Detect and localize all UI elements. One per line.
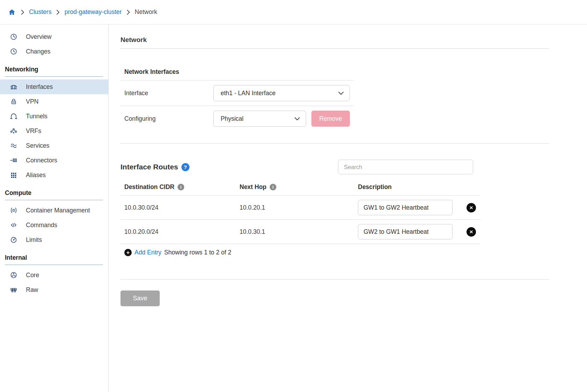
title-divider [120,48,549,49]
page-title: Network [120,36,587,44]
table-header-row: Destination CIDR i Next Hop i Descriptio… [120,183,480,196]
sidebar-item-core[interactable]: Core [0,268,108,282]
tunnel-icon [8,112,19,120]
sidebar-item-label: Changes [26,48,50,55]
chevron-right-icon [56,9,60,15]
sidebar-item-overview[interactable]: Overview [0,29,108,44]
description-input[interactable] [358,200,453,215]
sidebar-item-label: VPN [26,98,39,105]
configuring-select-value: Physical [221,115,243,122]
rows-summary: Showing rows 1 to 2 of 2 [164,249,232,256]
add-entry-icon[interactable]: + [124,249,132,256]
delete-row-icon[interactable]: × [467,203,476,212]
interface-routes-header: Interface Routes ? [120,160,480,174]
gauge-icon [8,236,19,244]
history-icon [8,48,19,55]
sidebar-item-container-management[interactable]: Container Management [0,203,108,218]
breadcrumb-link-clusters[interactable]: Clusters [29,8,51,16]
next-hop-cell: 10.0.30.1 [240,228,358,236]
sidebar-item-label: Tunnels [26,113,48,120]
sidebar: Overview Changes Networking Interfaces V… [0,24,109,392]
sidebar-item-limits[interactable]: Limits [0,232,108,247]
next-hop-cell: 10.0.20.1 [240,204,358,211]
destination-cidr-cell: 10.0.20.0/24 [120,228,240,236]
interface-select[interactable]: eth1 - LAN Interface [213,85,350,101]
section-divider [120,143,549,144]
sidebar-item-changes[interactable]: Changes [0,44,108,59]
remove-button[interactable]: Remove [311,111,350,127]
chevron-down-icon [338,90,344,97]
code-icon [8,221,19,229]
sidebar-item-connectors[interactable]: Connectors [0,153,108,168]
network-interfaces-section: Network Interfaces Interface eth1 - LAN … [120,68,354,131]
routes-table: Destination CIDR i Next Hop i Descriptio… [120,183,480,244]
overview-icon [8,33,19,41]
breadcrumb-link-cluster-name[interactable]: prod-gateway-cluster [64,8,122,16]
core-icon [8,271,19,279]
waves-icon [8,142,19,149]
add-entry-row: + Add Entry Showing rows 1 to 2 of 2 [120,249,480,256]
info-icon: i [178,184,184,190]
sidebar-item-label: Connectors [26,157,57,164]
main-content: Network Network Interfaces Interface eth… [109,24,587,392]
info-icon: i [270,184,276,190]
sidebar-section-compute: Compute [5,189,103,200]
bridge-icon [8,83,19,91]
sidebar-item-label: Raw [26,286,38,294]
sidebar-item-label: Interfaces [26,83,53,91]
grid-dots-icon [8,171,19,179]
home-icon[interactable] [8,8,16,16]
breadcrumb: Clusters prod-gateway-cluster Network [0,0,587,24]
section-divider [120,279,549,280]
sidebar-item-commands[interactable]: Commands [0,218,108,232]
sidebar-item-label: Overview [26,33,51,41]
configuring-select[interactable]: Physical [213,111,306,127]
column-description: Description [358,183,392,191]
network-nodes-icon [8,127,19,135]
column-next-hop: Next Hop [240,183,267,191]
chevron-down-icon [294,115,300,122]
table-row: 10.0.20.0/24 10.0.30.1 × [120,220,480,244]
svg-text:VPN: VPN [12,102,15,103]
interface-label: Interface [124,90,213,97]
configuring-row: Configuring Physical Remove [120,106,354,131]
search-input[interactable] [338,160,473,174]
delete-row-icon[interactable]: × [467,227,476,237]
destination-cidr-cell: 10.0.30.0/24 [120,204,240,211]
raw-icon [8,286,19,294]
sidebar-section-networking: Networking [5,66,103,77]
sidebar-item-raw[interactable]: Raw [0,282,108,297]
vpn-lock-icon: VPN [8,98,19,105]
connector-icon [8,156,19,164]
interface-row: Interface eth1 - LAN Interface [120,80,354,106]
sidebar-item-label: VRFs [26,127,41,135]
sidebar-item-vrfs[interactable]: VRFs [0,124,108,138]
sidebar-section-internal: Internal [5,254,103,265]
table-row: 10.0.30.0/24 10.0.20.1 × [120,196,480,220]
sidebar-item-label: Core [26,272,39,279]
sidebar-item-label: Aliases [26,172,46,179]
sidebar-item-tunnels[interactable]: Tunnels [0,109,108,124]
add-entry-link[interactable]: Add Entry [134,249,161,256]
network-interfaces-title: Network Interfaces [120,68,354,80]
container-icon [8,206,19,214]
configuring-label: Configuring [124,115,213,122]
chevron-right-icon [126,9,130,15]
interface-routes-title: Interface Routes [120,163,178,171]
column-destination-cidr: Destination CIDR [124,183,174,191]
interface-select-value: eth1 - LAN Interface [221,90,276,97]
breadcrumb-current: Network [135,8,157,16]
sidebar-item-services[interactable]: Services [0,138,108,153]
sidebar-item-vpn[interactable]: VPN VPN [0,94,108,109]
save-button[interactable]: Save [120,290,160,306]
chevron-right-icon [21,9,25,15]
sidebar-item-aliases[interactable]: Aliases [0,168,108,182]
help-icon[interactable]: ? [181,163,189,171]
sidebar-item-label: Services [26,142,49,149]
sidebar-item-interfaces[interactable]: Interfaces [0,79,108,94]
sidebar-item-label: Container Management [26,207,90,214]
sidebar-item-label: Limits [26,236,42,244]
description-input[interactable] [358,224,453,239]
sidebar-item-label: Commands [26,222,57,229]
interface-routes-section: Interface Routes ? Destination CIDR i Ne… [120,160,480,256]
